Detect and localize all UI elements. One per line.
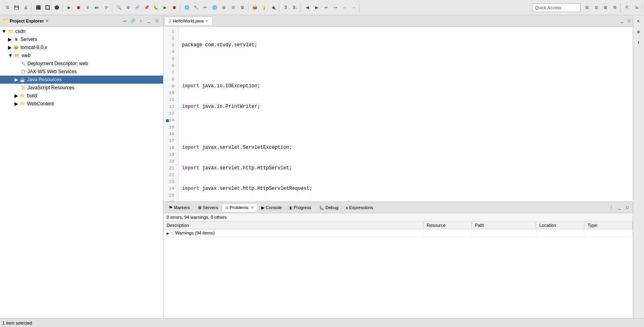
run-btn[interactable]: ▶: [65, 3, 74, 12]
tab-progress[interactable]: ⧗ Progress: [285, 203, 315, 212]
ln-6: 6: [165, 62, 176, 69]
tree-item-deployment[interactable]: 🔧 Deployment Descriptor: web: [0, 60, 163, 68]
link-btn[interactable]: 🔗: [133, 3, 142, 12]
tree-item-jaxws[interactable]: 📋 JAX-WS Web Services: [0, 68, 163, 76]
search-btn[interactable]: 🔍: [114, 3, 123, 12]
problems-summary: 0 errors, 94 warnings, 0 others: [163, 213, 633, 222]
ln-1: 1: [165, 28, 176, 35]
collapse-btn[interactable]: ⇲: [632, 3, 641, 12]
dollar2-btn[interactable]: $↓: [291, 3, 299, 12]
back-btn[interactable]: ◀: [303, 3, 312, 12]
ln-17: 17: [165, 138, 176, 144]
tree-item-servers[interactable]: ▶ 🖥 Servers: [0, 35, 163, 43]
editor-min-btn[interactable]: _: [618, 17, 625, 25]
pencil-btn[interactable]: ✏: [201, 3, 210, 12]
tomcat-expand: ▶: [8, 45, 12, 50]
bottom-max-btn[interactable]: □: [624, 204, 631, 211]
sidebar-info-btn[interactable]: ℹ: [634, 38, 643, 47]
perspective3-btn[interactable]: ⊠: [601, 3, 610, 12]
light-btn[interactable]: 💡: [260, 3, 268, 12]
settings-btn[interactable]: ⚙: [124, 3, 132, 12]
tab-servers[interactable]: 🖥 Servers: [194, 203, 222, 212]
debug-tab-icon: 🐛: [319, 205, 324, 210]
right-btn[interactable]: →: [349, 3, 358, 12]
dollar-btn[interactable]: $: [281, 3, 290, 12]
jaxws-icon: 📋: [20, 68, 26, 75]
stop-btn[interactable]: ⏹: [74, 3, 83, 12]
code-line-6: import javax.servlet.ServletException;: [182, 144, 630, 151]
quick-access-box[interactable]: Quick Access: [532, 3, 580, 12]
bottom-content: 0 errors, 94 warnings, 0 others Descript…: [163, 213, 633, 318]
ln-24: 24: [165, 185, 176, 192]
sync-tree-btn[interactable]: ↕: [137, 17, 144, 25]
ln-9: 9: [165, 83, 176, 90]
close2-btn[interactable]: ⊠: [238, 3, 247, 12]
pin-btn[interactable]: 📌: [142, 3, 151, 12]
tool2-btn[interactable]: 🔧: [192, 3, 200, 12]
menu-btn[interactable]: ☰: [3, 3, 12, 12]
print-btn[interactable]: 🖨: [21, 3, 30, 12]
tree-item-csdn[interactable]: ▼ 📁 csdn: [0, 27, 163, 35]
tb-btn-1[interactable]: ⬛: [34, 3, 43, 12]
code-line-5: [182, 124, 630, 131]
debug-btn[interactable]: 🐛: [151, 3, 160, 12]
tab-problems[interactable]: ⚠ Problems ✕: [222, 203, 258, 212]
save-btn[interactable]: 💾: [12, 3, 21, 12]
sidebar-layout-btn[interactable]: ⊞: [634, 27, 643, 36]
ln-16: 16: [165, 131, 176, 138]
sidebar-expand-btn[interactable]: ⇱: [634, 17, 643, 26]
plug-btn[interactable]: 🔌: [269, 3, 278, 12]
tab-console[interactable]: ▶ Console: [258, 203, 285, 212]
stop2-btn[interactable]: ⏹: [170, 3, 179, 12]
redo-btn[interactable]: ↪: [331, 3, 340, 12]
globe-btn[interactable]: 🌐: [182, 3, 191, 12]
pause-btn[interactable]: ⏸: [83, 3, 92, 12]
col-type: Type: [584, 222, 633, 229]
config-btn[interactable]: ⚙: [610, 3, 619, 12]
expand-btn[interactable]: ⇱: [623, 3, 632, 12]
ln-25: 25: [165, 192, 176, 199]
bottom-panel: ⚑ Markers 🖥 Servers ⚠ Problems ✕ ▶ Conso…: [163, 202, 633, 318]
refresh-btn[interactable]: ⟳: [102, 3, 111, 12]
bottom-min-btn[interactable]: _: [616, 204, 623, 211]
tree-item-build[interactable]: ▶ 📁 build: [0, 92, 163, 100]
left-btn[interactable]: ←: [340, 3, 349, 12]
ln-21: 21: [165, 165, 176, 172]
tree-item-tomcat[interactable]: ▶ 🐱 tomcat-8.0.x: [0, 43, 163, 51]
toolbar-group-nav: ⬛ 🔲 ⚫: [33, 3, 63, 12]
tab-debug[interactable]: 🐛 Debug: [315, 203, 342, 212]
code-editor[interactable]: 1 2 3 4 5 6 7 8 9 10 11 12 13 14: [163, 27, 633, 202]
tb-btn-2[interactable]: 🔲: [43, 3, 52, 12]
nav-btn[interactable]: ⊞: [219, 3, 228, 12]
tree-item-webcontent[interactable]: ▶ 📁 WebContent: [0, 100, 163, 108]
fwd-btn[interactable]: ▶: [312, 3, 321, 12]
tree-item-js-resources[interactable]: 📜 JavaScript Resources: [0, 84, 163, 92]
perspective2-btn[interactable]: ⊟: [592, 3, 601, 12]
undo-btn[interactable]: ↩: [322, 3, 330, 12]
max-tree-btn[interactable]: □: [153, 17, 161, 25]
code-content[interactable]: package com.study.servlet; import java.i…: [179, 27, 633, 202]
editor-tab-helloworld[interactable]: J HelloWorld.java ✕: [164, 16, 213, 25]
tree-item-java-resources[interactable]: ▶ ☕ Java Resources: [0, 76, 163, 84]
tab-markers[interactable]: ⚑ Markers: [165, 203, 194, 212]
tree-item-web[interactable]: ▼ 📂 web: [0, 51, 163, 60]
servers-tab-label: Servers: [203, 205, 218, 210]
tab-expressions[interactable]: x Expressions: [342, 203, 377, 212]
bottom-action-btn[interactable]: ⋮: [608, 204, 615, 211]
perspective-btn[interactable]: ⊞: [582, 3, 591, 12]
split-btn[interactable]: ⊟: [229, 3, 237, 12]
min-tree-btn[interactable]: _: [145, 17, 153, 25]
run2-btn[interactable]: ▶: [161, 3, 169, 12]
tab-close-x: ✕: [205, 19, 208, 23]
table-row[interactable]: ▶ ⚠ Warnings (94 items): [163, 229, 633, 237]
editor-max-btn[interactable]: □: [625, 17, 633, 25]
toolbar-group-tools: 🔍 ⚙ 🔗 📌 🐛 ▶ ⏹: [113, 3, 180, 12]
link-tree-btn[interactable]: 🔗: [129, 17, 136, 25]
progress-label: Progress: [293, 205, 311, 210]
step-btn[interactable]: ⏭: [93, 3, 101, 12]
tb-btn-3[interactable]: ⚫: [52, 3, 61, 12]
globe2-btn[interactable]: 🌐: [210, 3, 219, 12]
java-icon: ☕: [19, 76, 26, 83]
minimize-tree-btn[interactable]: —: [121, 17, 128, 25]
pkg-btn[interactable]: 📦: [250, 3, 259, 12]
